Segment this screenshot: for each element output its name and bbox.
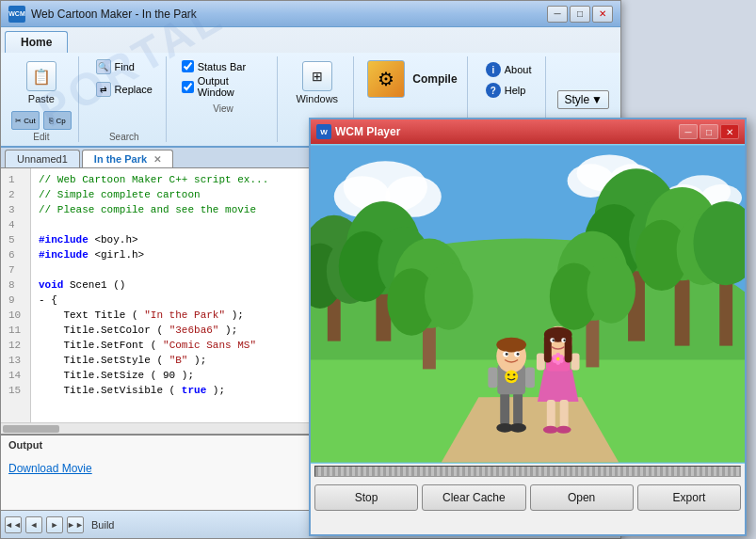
svg-point-52	[506, 353, 508, 356]
svg-point-71	[552, 339, 555, 341]
svg-rect-63	[537, 354, 545, 371]
help-button[interactable]: ? Help	[482, 81, 536, 100]
wcm-title-bar: W WCM Player ─ □ ✕	[311, 119, 745, 144]
ribbon-group-view: Status Bar Output Window View	[174, 56, 278, 142]
open-button[interactable]: Open	[530, 484, 634, 511]
svg-point-44	[509, 423, 526, 433]
nav-last-button[interactable]: ►►	[67, 516, 84, 533]
svg-point-60	[543, 426, 558, 434]
compile-label: Compile	[412, 72, 457, 86]
paste-button[interactable]: 📋 Paste	[18, 56, 65, 109]
replace-button[interactable]: ⇄ Replace	[89, 79, 159, 100]
svg-rect-58	[547, 400, 555, 428]
wcm-button-bar: Stop Clear Cache Open Export	[311, 479, 745, 516]
svg-point-56	[513, 373, 515, 375]
svg-rect-59	[560, 400, 569, 428]
tab-home[interactable]: Home	[5, 31, 68, 53]
svg-rect-68	[565, 335, 572, 363]
svg-point-53	[517, 353, 520, 356]
search-buttons: 🔍 Find ⇄ Replace	[89, 56, 159, 130]
minimize-button[interactable]: ─	[547, 6, 568, 23]
svg-rect-41	[500, 392, 509, 425]
svg-point-49	[496, 338, 526, 353]
app-icon: WCM	[8, 6, 25, 23]
tab-inthepark[interactable]: In the Park ✕	[82, 150, 173, 167]
windows-icon: ⊞	[302, 61, 332, 91]
clear-cache-button[interactable]: Clear Cache	[422, 484, 525, 511]
compile-content: ⚙ Compile	[363, 56, 460, 102]
scrollbar-thumb[interactable]	[3, 425, 59, 433]
progress-dots	[315, 467, 740, 476]
paste-icon: 📋	[26, 61, 56, 91]
cut-button[interactable]: ✂ Cut	[11, 111, 40, 130]
wcm-player-window: W WCM Player ─ □ ✕	[309, 118, 747, 536]
export-button[interactable]: Export	[637, 484, 741, 511]
svg-rect-67	[544, 335, 552, 363]
nav-next-button[interactable]: ►	[46, 516, 63, 533]
ribbon-tab-bar: Home	[1, 27, 620, 53]
maximize-button[interactable]: □	[570, 6, 590, 23]
svg-point-72	[563, 339, 566, 341]
svg-point-55	[507, 373, 509, 375]
help-icon: ?	[486, 83, 501, 98]
chevron-down-icon: ▼	[591, 93, 603, 106]
close-tab-icon[interactable]: ✕	[153, 154, 161, 165]
find-icon: 🔍	[96, 59, 111, 74]
animation-svg	[311, 144, 745, 464]
title-bar: WCM Web Cartoon Maker - In the Park ─ □ …	[1, 1, 620, 27]
window-controls: ─ □ ✕	[547, 6, 613, 23]
tab-unnamed1[interactable]: Unnamed1	[5, 150, 80, 167]
wcm-app-icon: W	[316, 124, 331, 139]
download-movie-link[interactable]: Download Movie	[8, 462, 92, 475]
about-button[interactable]: i About	[482, 60, 536, 79]
svg-rect-46	[488, 367, 497, 388]
wcm-window-controls: ─ □ ✕	[679, 124, 739, 139]
build-label: Build	[91, 519, 114, 531]
compile-icon[interactable]: ⚙	[367, 60, 405, 98]
status-bar-checkbox[interactable]: Status Bar	[182, 60, 265, 72]
wcm-title: WCM Player	[335, 125, 675, 138]
view-checkboxes: Status Bar Output Window	[178, 56, 269, 102]
wcm-minimize-button[interactable]: ─	[679, 124, 698, 139]
ribbon-group-edit: 📋 Paste ✂ Cut ⎘ Cp Edit	[8, 56, 79, 142]
svg-rect-64	[571, 354, 580, 371]
wcm-maximize-button[interactable]: □	[700, 124, 718, 139]
close-button[interactable]: ✕	[592, 6, 613, 23]
copy-button[interactable]: ⎘ Cp	[43, 111, 72, 130]
output-window-checkbox[interactable]: Output Window	[182, 75, 265, 98]
ribbon-group-search: 🔍 Find ⇄ Replace Search	[87, 56, 167, 142]
window-title: Web Cartoon Maker - In the Park	[31, 8, 547, 21]
svg-marker-57	[538, 369, 579, 402]
svg-point-40	[587, 256, 635, 323]
svg-point-36	[425, 262, 474, 329]
svg-rect-42	[513, 392, 523, 425]
wcm-close-button[interactable]: ✕	[720, 124, 739, 139]
svg-point-61	[556, 426, 571, 434]
about-icon: i	[486, 62, 501, 77]
style-dropdown[interactable]: Style ▼	[557, 90, 609, 109]
find-button[interactable]: 🔍 Find	[89, 56, 159, 77]
about-help-buttons: i About ? Help	[478, 56, 539, 103]
nav-first-button[interactable]: ◄◄	[5, 516, 22, 533]
windows-button[interactable]: ⊞ Windows	[287, 56, 346, 109]
svg-rect-47	[525, 367, 535, 388]
animation-canvas	[311, 144, 745, 464]
svg-point-79	[553, 355, 557, 359]
progress-bar	[314, 466, 741, 477]
stop-button[interactable]: Stop	[314, 484, 418, 511]
svg-point-54	[505, 370, 518, 383]
nav-prev-button[interactable]: ◄	[25, 516, 42, 533]
line-numbers: 12345 678910 1112131415	[1, 168, 31, 422]
replace-icon: ⇄	[96, 82, 111, 97]
